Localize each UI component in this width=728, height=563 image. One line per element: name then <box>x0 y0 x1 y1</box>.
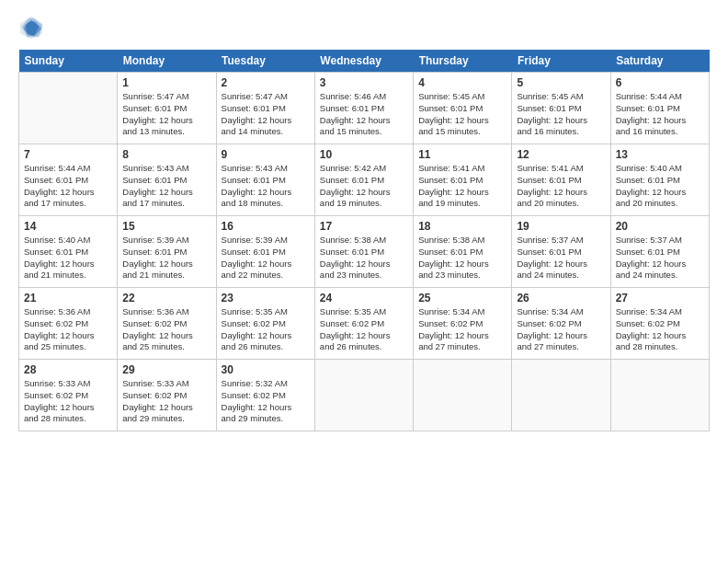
calendar-cell: 3Sunrise: 5:46 AM Sunset: 6:01 PM Daylig… <box>314 73 413 144</box>
day-info: Sunrise: 5:40 AM Sunset: 6:01 PM Dayligh… <box>24 235 112 282</box>
calendar-cell: 17Sunrise: 5:38 AM Sunset: 6:01 PM Dayli… <box>314 216 413 288</box>
calendar-cell: 6Sunrise: 5:44 AM Sunset: 6:01 PM Daylig… <box>610 73 709 144</box>
calendar-cell: 14Sunrise: 5:40 AM Sunset: 6:01 PM Dayli… <box>19 216 118 288</box>
calendar-week-row: 7Sunrise: 5:44 AM Sunset: 6:01 PM Daylig… <box>19 144 710 216</box>
day-number: 1 <box>122 76 210 89</box>
calendar-week-row: 21Sunrise: 5:36 AM Sunset: 6:02 PM Dayli… <box>19 288 710 360</box>
day-number: 28 <box>24 363 112 376</box>
day-number: 12 <box>517 148 605 161</box>
day-number: 30 <box>222 363 310 376</box>
calendar-cell: 1Sunrise: 5:47 AM Sunset: 6:01 PM Daylig… <box>118 73 216 144</box>
calendar-cell: 4Sunrise: 5:45 AM Sunset: 6:01 PM Daylig… <box>414 73 512 144</box>
day-info: Sunrise: 5:35 AM Sunset: 6:02 PM Dayligh… <box>320 306 408 353</box>
day-info: Sunrise: 5:47 AM Sunset: 6:01 PM Dayligh… <box>122 91 210 138</box>
calendar-cell: 25Sunrise: 5:34 AM Sunset: 6:02 PM Dayli… <box>414 288 512 360</box>
day-info: Sunrise: 5:33 AM Sunset: 6:02 PM Dayligh… <box>24 378 112 425</box>
day-info: Sunrise: 5:40 AM Sunset: 6:01 PM Dayligh… <box>616 163 704 210</box>
day-number: 16 <box>222 220 310 233</box>
day-info: Sunrise: 5:36 AM Sunset: 6:02 PM Dayligh… <box>24 306 112 353</box>
day-info: Sunrise: 5:41 AM Sunset: 6:01 PM Dayligh… <box>517 163 605 210</box>
calendar-cell: 15Sunrise: 5:39 AM Sunset: 6:01 PM Dayli… <box>118 216 216 288</box>
day-number: 22 <box>122 292 210 304</box>
day-info: Sunrise: 5:39 AM Sunset: 6:01 PM Dayligh… <box>222 235 310 282</box>
calendar-table: SundayMondayTuesdayWednesdayThursdayFrid… <box>18 50 710 431</box>
day-number: 25 <box>418 292 506 304</box>
day-number: 20 <box>616 220 704 233</box>
calendar-cell <box>512 360 610 431</box>
logo <box>18 15 48 40</box>
calendar-cell: 21Sunrise: 5:36 AM Sunset: 6:02 PM Dayli… <box>19 288 118 360</box>
calendar-week-row: 28Sunrise: 5:33 AM Sunset: 6:02 PM Dayli… <box>19 360 710 431</box>
weekday-header-sunday: Sunday <box>19 50 118 73</box>
calendar-cell: 29Sunrise: 5:33 AM Sunset: 6:02 PM Dayli… <box>118 360 216 431</box>
weekday-header-friday: Friday <box>512 50 610 73</box>
calendar-cell: 2Sunrise: 5:47 AM Sunset: 6:01 PM Daylig… <box>216 73 314 144</box>
page-header <box>18 15 710 40</box>
calendar-week-row: 1Sunrise: 5:47 AM Sunset: 6:01 PM Daylig… <box>19 73 710 144</box>
day-info: Sunrise: 5:46 AM Sunset: 6:01 PM Dayligh… <box>320 91 408 138</box>
day-number: 8 <box>122 148 210 161</box>
day-number: 7 <box>24 148 112 161</box>
day-info: Sunrise: 5:44 AM Sunset: 6:01 PM Dayligh… <box>616 91 704 138</box>
day-number: 24 <box>320 292 408 304</box>
day-number: 13 <box>616 148 704 161</box>
day-number: 5 <box>517 76 605 89</box>
calendar-cell: 30Sunrise: 5:32 AM Sunset: 6:02 PM Dayli… <box>216 360 314 431</box>
day-info: Sunrise: 5:32 AM Sunset: 6:02 PM Dayligh… <box>222 378 310 425</box>
calendar-cell: 20Sunrise: 5:37 AM Sunset: 6:01 PM Dayli… <box>610 216 709 288</box>
day-number: 23 <box>222 292 310 304</box>
day-info: Sunrise: 5:34 AM Sunset: 6:02 PM Dayligh… <box>616 306 704 353</box>
day-number: 14 <box>24 220 112 233</box>
day-info: Sunrise: 5:44 AM Sunset: 6:01 PM Dayligh… <box>24 163 112 210</box>
day-info: Sunrise: 5:38 AM Sunset: 6:01 PM Dayligh… <box>418 235 506 282</box>
day-number: 3 <box>320 76 408 89</box>
day-number: 6 <box>616 76 704 89</box>
day-info: Sunrise: 5:37 AM Sunset: 6:01 PM Dayligh… <box>517 235 605 282</box>
calendar-cell: 13Sunrise: 5:40 AM Sunset: 6:01 PM Dayli… <box>610 144 709 216</box>
day-info: Sunrise: 5:41 AM Sunset: 6:01 PM Dayligh… <box>418 163 506 210</box>
calendar-cell <box>19 73 118 144</box>
day-info: Sunrise: 5:45 AM Sunset: 6:01 PM Dayligh… <box>418 91 506 138</box>
day-info: Sunrise: 5:37 AM Sunset: 6:01 PM Dayligh… <box>616 235 704 282</box>
day-info: Sunrise: 5:42 AM Sunset: 6:01 PM Dayligh… <box>320 163 408 210</box>
calendar-cell: 28Sunrise: 5:33 AM Sunset: 6:02 PM Dayli… <box>19 360 118 431</box>
day-info: Sunrise: 5:47 AM Sunset: 6:01 PM Dayligh… <box>222 91 310 138</box>
day-info: Sunrise: 5:38 AM Sunset: 6:01 PM Dayligh… <box>320 235 408 282</box>
calendar-cell: 22Sunrise: 5:36 AM Sunset: 6:02 PM Dayli… <box>118 288 216 360</box>
weekday-header-monday: Monday <box>118 50 216 73</box>
day-info: Sunrise: 5:43 AM Sunset: 6:01 PM Dayligh… <box>122 163 210 210</box>
day-number: 19 <box>517 220 605 233</box>
day-info: Sunrise: 5:35 AM Sunset: 6:02 PM Dayligh… <box>222 306 310 353</box>
day-number: 11 <box>418 148 506 161</box>
calendar-cell: 7Sunrise: 5:44 AM Sunset: 6:01 PM Daylig… <box>19 144 118 216</box>
day-info: Sunrise: 5:36 AM Sunset: 6:02 PM Dayligh… <box>122 306 210 353</box>
day-info: Sunrise: 5:45 AM Sunset: 6:01 PM Dayligh… <box>517 91 605 138</box>
day-info: Sunrise: 5:34 AM Sunset: 6:02 PM Dayligh… <box>517 306 605 353</box>
calendar-cell: 27Sunrise: 5:34 AM Sunset: 6:02 PM Dayli… <box>610 288 709 360</box>
calendar-cell: 11Sunrise: 5:41 AM Sunset: 6:01 PM Dayli… <box>414 144 512 216</box>
day-info: Sunrise: 5:43 AM Sunset: 6:01 PM Dayligh… <box>222 163 310 210</box>
calendar-cell: 23Sunrise: 5:35 AM Sunset: 6:02 PM Dayli… <box>216 288 314 360</box>
day-number: 21 <box>24 292 112 304</box>
day-info: Sunrise: 5:33 AM Sunset: 6:02 PM Dayligh… <box>122 378 210 425</box>
weekday-header-thursday: Thursday <box>414 50 512 73</box>
calendar-cell: 18Sunrise: 5:38 AM Sunset: 6:01 PM Dayli… <box>414 216 512 288</box>
calendar-cell: 24Sunrise: 5:35 AM Sunset: 6:02 PM Dayli… <box>314 288 413 360</box>
calendar-cell <box>610 360 709 431</box>
calendar-cell: 5Sunrise: 5:45 AM Sunset: 6:01 PM Daylig… <box>512 73 610 144</box>
day-number: 17 <box>320 220 408 233</box>
weekday-header-tuesday: Tuesday <box>216 50 314 73</box>
day-number: 29 <box>122 363 210 376</box>
calendar-cell <box>314 360 413 431</box>
day-info: Sunrise: 5:39 AM Sunset: 6:01 PM Dayligh… <box>122 235 210 282</box>
calendar-cell: 9Sunrise: 5:43 AM Sunset: 6:01 PM Daylig… <box>216 144 314 216</box>
day-number: 27 <box>616 292 704 304</box>
weekday-header-row: SundayMondayTuesdayWednesdayThursdayFrid… <box>19 50 710 73</box>
day-number: 2 <box>222 76 310 89</box>
weekday-header-saturday: Saturday <box>610 50 709 73</box>
calendar-cell: 16Sunrise: 5:39 AM Sunset: 6:01 PM Dayli… <box>216 216 314 288</box>
calendar-cell: 19Sunrise: 5:37 AM Sunset: 6:01 PM Dayli… <box>512 216 610 288</box>
day-number: 18 <box>418 220 506 233</box>
calendar-cell: 8Sunrise: 5:43 AM Sunset: 6:01 PM Daylig… <box>118 144 216 216</box>
calendar-cell <box>414 360 512 431</box>
